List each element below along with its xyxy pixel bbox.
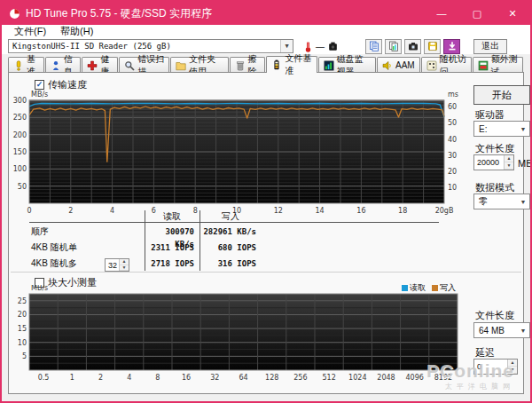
- camera-button[interactable]: [404, 39, 421, 54]
- maximize-button[interactable]: ▢: [459, 2, 495, 25]
- section-divider: [11, 272, 521, 273]
- svg-text:200: 200: [13, 131, 27, 139]
- file-length-stepper[interactable]: 20000 ▲▼: [473, 154, 514, 170]
- svg-text:150: 150: [13, 148, 27, 156]
- stepper-down-icon[interactable]: ▼: [508, 367, 517, 374]
- extra-icon: [478, 60, 489, 71]
- menu-item-0[interactable]: 文件(F): [7, 25, 53, 38]
- tab-speaker[interactable]: AAM: [377, 57, 420, 73]
- info-icon: [51, 60, 61, 71]
- stepper-down-icon[interactable]: ▼: [120, 265, 129, 272]
- copy-text-button[interactable]: [365, 39, 382, 54]
- svg-text:512: 512: [322, 374, 335, 382]
- chevron-down-icon: ▼: [280, 40, 293, 52]
- window-title: HD Tune Pro 5.75 - 硬盘/SSD 实用程序: [26, 6, 212, 21]
- menu-item-1[interactable]: 帮助(H): [53, 25, 100, 38]
- tab-info[interactable]: 信息: [45, 57, 82, 73]
- chevron-down-icon: ▼: [517, 194, 529, 209]
- row-label: 4KB 随机单: [31, 241, 77, 254]
- write-value: 680 IOPS: [201, 241, 256, 254]
- close-button[interactable]: ✕: [495, 2, 530, 25]
- drive-select[interactable]: E: ▼: [473, 121, 530, 137]
- file-length-value: 20000: [474, 155, 504, 170]
- queue-depth-stepper[interactable]: 32▲▼: [105, 258, 129, 272]
- monitor-icon: [324, 60, 334, 71]
- tab-health[interactable]: 健康: [82, 57, 118, 73]
- svg-text:4: 4: [127, 374, 131, 382]
- tab-erase[interactable]: 擦除: [230, 57, 266, 73]
- drive-select-value: E:: [479, 124, 487, 134]
- erase-icon: [235, 60, 246, 71]
- stepper-up-icon[interactable]: ▲: [505, 155, 513, 162]
- svg-text:5: 5: [22, 352, 27, 360]
- row-label: 顺序: [31, 225, 49, 238]
- read-column-header: 读取: [145, 210, 200, 221]
- svg-text:50: 50: [448, 119, 457, 127]
- row-label: 4KB 随机多: [31, 257, 77, 270]
- svg-text:30: 30: [448, 152, 457, 160]
- svg-text:250: 250: [13, 114, 27, 122]
- chevron-down-icon: ▼: [517, 122, 529, 136]
- tab-random[interactable]: 随机访问: [421, 57, 472, 73]
- file-length2-value: 64 MB: [479, 326, 505, 336]
- start-button[interactable]: 开始: [473, 85, 530, 105]
- stepper-up-icon[interactable]: ▲: [508, 360, 517, 367]
- tab-extra[interactable]: 额外测试: [473, 57, 523, 73]
- delay-stepper[interactable]: 0 ▲▼: [473, 359, 518, 375]
- svg-text:60: 60: [448, 103, 457, 111]
- toolbar: KingstonUHS-II SD Reader (256 gB) ▼ — 退出: [2, 38, 530, 54]
- folder-icon: [176, 60, 186, 71]
- data-mode-value: 零: [479, 195, 488, 208]
- file-length2-select[interactable]: 64 MB ▼: [473, 322, 530, 338]
- device-select[interactable]: KingstonUHS-II SD Reader (256 gB) ▼: [8, 39, 293, 53]
- read-value: 2311 IOPS: [143, 241, 194, 254]
- svg-text:10: 10: [18, 339, 27, 347]
- minimize-button[interactable]: —: [424, 2, 459, 25]
- chevron-down-icon: ▼: [517, 323, 529, 337]
- svg-text:1: 1: [70, 374, 74, 382]
- data-mode-label: 数据模式: [475, 181, 514, 194]
- tab-benchmark[interactable]: 基准: [8, 57, 44, 73]
- tab-monitor[interactable]: 磁盘监视器: [318, 57, 376, 73]
- scan-icon: [124, 60, 135, 71]
- svg-text:25: 25: [18, 297, 27, 305]
- download-button[interactable]: [443, 39, 460, 54]
- camera-icon: [408, 41, 419, 51]
- save-button[interactable]: [424, 39, 441, 54]
- exit-button[interactable]: 退出: [473, 39, 507, 54]
- svg-text:0.5: 0.5: [38, 374, 50, 382]
- tab-strip: 基准信息健康错误扫描文件夹使用擦除文件基准磁盘监视器AAM随机访问额外测试: [8, 56, 524, 73]
- block-size-chart: 5101520250.51248163264128256512102420484…: [12, 285, 481, 384]
- speaker-icon: [382, 60, 393, 71]
- tab-label: AAM: [395, 60, 415, 70]
- drive-label: 驱动器: [475, 108, 505, 122]
- svg-text:8: 8: [155, 374, 160, 382]
- svg-text:40: 40: [448, 136, 457, 144]
- benchmark-icon: [13, 60, 24, 71]
- save-icon: [427, 41, 438, 51]
- write-column-header: 写入: [200, 210, 262, 221]
- download-icon: [447, 41, 458, 51]
- stepper-down-icon[interactable]: ▼: [505, 162, 513, 170]
- health-icon: [87, 60, 98, 71]
- tab-folder[interactable]: 文件夹使用: [170, 57, 228, 73]
- copy-image-button[interactable]: [385, 39, 402, 54]
- table-row: 4KB 随机单2311 IOPS680 IOPS: [29, 241, 439, 254]
- svg-text:MB/s: MB/s: [31, 91, 48, 99]
- file-length-unit: MB: [518, 158, 532, 169]
- data-mode-select[interactable]: 零 ▼: [473, 194, 530, 209]
- delay-label: 延迟: [475, 346, 495, 360]
- title-bar: HD Tune Pro 5.75 - 硬盘/SSD 实用程序 — ▢ ✕: [2, 2, 530, 25]
- temperature-value: —: [316, 42, 325, 51]
- file-length2-label: 文件长度: [475, 309, 514, 322]
- svg-text:16: 16: [182, 374, 191, 382]
- benchmark-results-table: 读取 写入 顺序300970 KB/s282961 KB/s4KB 随机单231…: [29, 210, 439, 273]
- copy-image-icon: [388, 41, 399, 51]
- tab-filebench[interactable]: 文件基准: [266, 56, 317, 73]
- svg-text:100: 100: [13, 165, 27, 173]
- file-benchmark-panel: ✓ 传输速度 501001502002503000246810121416182…: [8, 72, 524, 394]
- svg-text:256: 256: [293, 374, 307, 382]
- svg-text:2048: 2048: [377, 374, 395, 382]
- tab-scan[interactable]: 错误扫描: [119, 57, 169, 73]
- svg-text:ms: ms: [448, 91, 458, 99]
